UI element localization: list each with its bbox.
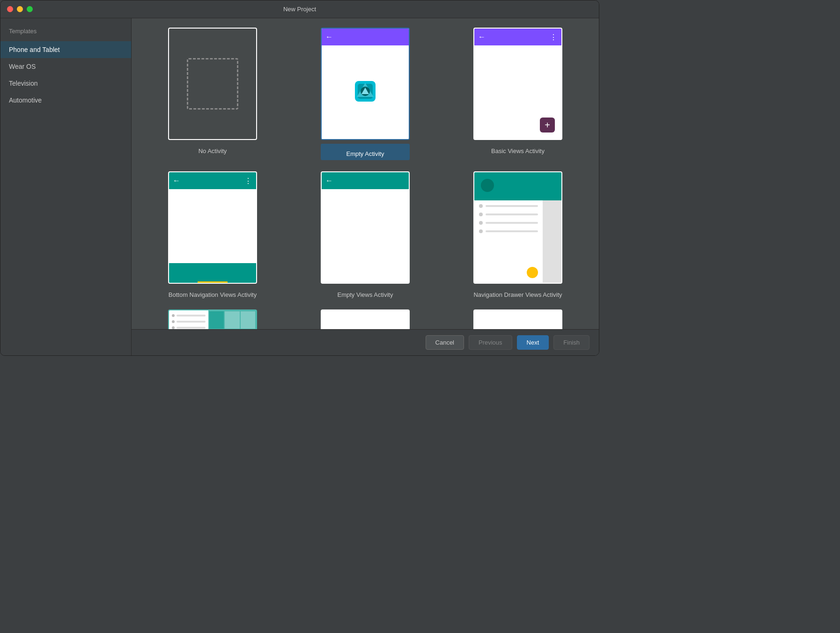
minimize-button[interactable]: [17, 6, 23, 12]
sidebar-item-wear-os[interactable]: Wear OS: [0, 58, 131, 75]
bottom-nav-toolbar: ← ⋮: [169, 172, 256, 189]
sidebar-title: Templates: [0, 26, 131, 41]
content-area: No Activity ←: [132, 18, 599, 355]
dashed-placeholder: [187, 58, 238, 110]
basic-views-toolbar: ← ⋮: [474, 29, 561, 45]
drawer-list-item: [479, 229, 538, 233]
back-arrow-icon: ←: [325, 177, 333, 185]
template-no-activity[interactable]: No Activity: [143, 28, 282, 160]
responsive-list: [169, 310, 208, 329]
empty-activity-preview: ←: [321, 28, 410, 140]
nav-drawer-header: [474, 172, 561, 200]
game-preview-inner: [322, 310, 409, 329]
next-button[interactable]: Next: [517, 335, 549, 350]
drawer-body: [474, 200, 561, 283]
bottom-nav-label-wrapper: Bottom Navigation Views Activity: [169, 287, 257, 298]
sidebar: Templates Phone and Tablet Wear OS Telev…: [0, 18, 132, 355]
empty-activity-body: [322, 45, 409, 139]
basic-views-body: +: [474, 45, 561, 139]
game-preview-card: [321, 309, 410, 329]
template-responsive[interactable]: ↗ + Responsive Views Activity: [143, 309, 282, 329]
back-arrow-icon: ←: [173, 177, 180, 185]
drawer-list-item: [479, 204, 538, 208]
template-empty-activity[interactable]: ←: [295, 28, 435, 160]
empty-views-label: Empty Views Activity: [338, 291, 393, 298]
nav-drawer-preview-card: [473, 171, 562, 284]
fab-button: +: [540, 118, 555, 132]
empty-activity-toolbar: ←: [322, 29, 409, 45]
drawer-list-item: [479, 213, 538, 216]
bottom-nav-preview: ← ⋮: [168, 171, 257, 284]
sidebar-item-automotive[interactable]: Automotive: [0, 92, 131, 109]
empty-activity-label: Empty Activity: [326, 150, 404, 157]
main-container: Templates Phone and Tablet Wear OS Telev…: [0, 18, 599, 355]
cancel-button[interactable]: Cancel: [426, 335, 464, 350]
responsive-grid: ↗: [208, 310, 256, 329]
back-arrow-icon: ←: [325, 33, 333, 41]
empty-views-toolbar: ←: [322, 172, 409, 189]
bottom-navigation: [169, 263, 256, 283]
no-activity-label: No Activity: [199, 147, 227, 155]
bottom-nav-body: [169, 189, 256, 263]
templates-grid: No Activity ←: [132, 18, 599, 329]
android-logo-icon: [351, 77, 379, 107]
nav-drawer-label: Navigation Drawer Views Activity: [473, 291, 562, 298]
overflow-icon: ⋮: [550, 33, 558, 42]
cpp-preview-card: C++: [473, 309, 562, 329]
drawer-fab-button: [527, 267, 538, 278]
finish-button[interactable]: Finish: [553, 335, 589, 350]
overflow-icon: ⋮: [244, 177, 252, 185]
template-cpp[interactable]: C++ Native C++: [448, 309, 588, 329]
drawer-avatar: [481, 179, 494, 192]
basic-views-label-wrapper: Basic Views Activity: [491, 144, 545, 155]
responsive-top: ↗: [169, 310, 256, 329]
template-nav-drawer[interactable]: Navigation Drawer Views Activity: [448, 171, 588, 298]
previous-button[interactable]: Previous: [469, 335, 512, 350]
no-activity-preview: [168, 28, 257, 140]
nav-indicator: [198, 281, 227, 283]
cpp-preview-inner: C++: [474, 310, 561, 329]
basic-views-label: Basic Views Activity: [491, 147, 545, 155]
footer: Cancel Previous Next Finish: [132, 329, 599, 355]
template-basic-views[interactable]: ← ⋮ + Basic Views Activity: [448, 28, 588, 160]
close-button[interactable]: [7, 6, 13, 12]
drawer-list-item: [479, 221, 538, 225]
template-game[interactable]: Game Activity: [295, 309, 435, 329]
window-title: New Project: [283, 6, 316, 13]
drawer-side-panel: [543, 200, 561, 283]
back-arrow-icon: ←: [478, 33, 486, 41]
bottom-nav-label: Bottom Navigation Views Activity: [169, 291, 257, 298]
template-bottom-nav[interactable]: ← ⋮ B: [143, 171, 282, 298]
basic-views-preview: ← ⋮ +: [473, 28, 562, 140]
empty-views-label-wrapper: Empty Views Activity: [338, 287, 393, 298]
sidebar-item-phone-tablet[interactable]: Phone and Tablet: [0, 41, 131, 58]
empty-activity-label-wrapper: Empty Activity: [321, 144, 410, 160]
nav-drawer-label-wrapper: Navigation Drawer Views Activity: [473, 287, 562, 298]
no-activity-label-wrapper: No Activity: [199, 144, 227, 155]
maximize-button[interactable]: [27, 6, 33, 12]
sidebar-item-television[interactable]: Television: [0, 75, 131, 92]
template-empty-views[interactable]: ← Empty Views Activity: [295, 171, 435, 298]
empty-views-body: [322, 189, 409, 283]
empty-views-preview: ←: [321, 171, 410, 284]
responsive-preview-card: ↗ +: [168, 309, 257, 329]
traffic-lights: [7, 6, 33, 12]
responsive-layout: ↗ +: [169, 310, 256, 329]
title-bar: New Project: [0, 0, 599, 18]
